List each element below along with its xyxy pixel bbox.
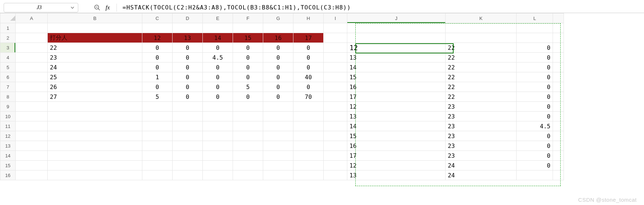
- cell[interactable]: 16: [347, 82, 446, 92]
- cell[interactable]: 0: [173, 43, 203, 53]
- cell[interactable]: 0: [517, 72, 553, 82]
- cell[interactable]: 0: [203, 72, 233, 82]
- cell[interactable]: 0: [142, 82, 173, 92]
- cell[interactable]: 0: [517, 102, 553, 112]
- cell[interactable]: 0: [517, 53, 553, 63]
- cell[interactable]: 0: [293, 82, 324, 92]
- cell[interactable]: 0: [517, 112, 553, 121]
- cell[interactable]: 26: [48, 82, 142, 92]
- cell[interactable]: 22: [446, 53, 517, 63]
- row-header[interactable]: 16: [0, 170, 16, 180]
- col-header-K[interactable]: K: [446, 13, 517, 23]
- cell[interactable]: 15: [233, 33, 263, 43]
- cell[interactable]: 22: [446, 43, 517, 53]
- cell[interactable]: 22: [446, 63, 517, 72]
- cell[interactable]: 23: [446, 141, 517, 151]
- row-header[interactable]: 7: [0, 82, 16, 92]
- cell[interactable]: 0: [263, 92, 293, 102]
- cell[interactable]: 24: [446, 170, 517, 180]
- cell[interactable]: 0: [233, 72, 263, 82]
- cell[interactable]: 23: [446, 131, 517, 141]
- name-box[interactable]: J3: [4, 3, 78, 12]
- cell[interactable]: 0: [517, 161, 553, 170]
- cell[interactable]: 16: [347, 141, 446, 151]
- active-cell[interactable]: 12: [347, 43, 446, 53]
- cell[interactable]: 23: [48, 53, 142, 63]
- cell[interactable]: 12: [347, 161, 446, 170]
- cell[interactable]: 0: [293, 63, 324, 72]
- fx-label[interactable]: fx: [106, 4, 110, 11]
- cell[interactable]: 24: [446, 161, 517, 170]
- cell[interactable]: 14: [347, 121, 446, 131]
- col-header-A[interactable]: A: [16, 13, 48, 23]
- cell[interactable]: 17: [293, 33, 324, 43]
- row-header[interactable]: 15: [0, 161, 16, 170]
- cell[interactable]: 0: [517, 92, 553, 102]
- cell[interactable]: 17: [347, 151, 446, 161]
- row-header[interactable]: 4: [0, 53, 16, 63]
- cell[interactable]: 4.5: [517, 121, 553, 131]
- col-header-B[interactable]: B: [48, 13, 142, 23]
- cell[interactable]: 0: [173, 92, 203, 102]
- select-all-corner[interactable]: [0, 13, 16, 23]
- col-header-E[interactable]: E: [203, 13, 233, 23]
- cell[interactable]: 0: [173, 53, 203, 63]
- cell[interactable]: 0: [263, 82, 293, 92]
- cell[interactable]: 16: [263, 33, 293, 43]
- cell[interactable]: 23: [446, 112, 517, 121]
- cell[interactable]: 22: [48, 43, 142, 53]
- row-header[interactable]: 1: [0, 23, 16, 33]
- cell[interactable]: 0: [203, 92, 233, 102]
- cell[interactable]: 27: [48, 92, 142, 102]
- row-header[interactable]: 8: [0, 92, 16, 102]
- col-header-J[interactable]: J: [347, 13, 446, 23]
- cell[interactable]: 22: [446, 92, 517, 102]
- col-header-I[interactable]: I: [324, 13, 347, 23]
- col-header-D[interactable]: D: [173, 13, 203, 23]
- cell[interactable]: 0: [233, 63, 263, 72]
- cell[interactable]: 0: [142, 63, 173, 72]
- cell[interactable]: 0: [173, 72, 203, 82]
- cell[interactable]: 25: [48, 72, 142, 82]
- cell[interactable]: 0: [263, 43, 293, 53]
- cell[interactable]: 22: [446, 82, 517, 92]
- cell[interactable]: 打分人: [48, 33, 142, 43]
- col-header-M[interactable]: [553, 13, 564, 23]
- row-header[interactable]: 3: [0, 43, 16, 53]
- col-header-H[interactable]: H: [293, 13, 324, 23]
- formula-input[interactable]: [121, 3, 640, 12]
- cell[interactable]: 0: [203, 43, 233, 53]
- cell[interactable]: 0: [233, 43, 263, 53]
- cell[interactable]: 0: [263, 63, 293, 72]
- cell[interactable]: 12: [142, 33, 173, 43]
- row-header[interactable]: 5: [0, 63, 16, 72]
- cell[interactable]: 15: [347, 72, 446, 82]
- cell[interactable]: 4.5: [203, 53, 233, 63]
- cell[interactable]: 0: [173, 63, 203, 72]
- row-header[interactable]: 13: [0, 141, 16, 151]
- zoom-out-icon[interactable]: [94, 4, 100, 11]
- cell[interactable]: 14: [347, 63, 446, 72]
- cell[interactable]: 23: [446, 102, 517, 112]
- cell[interactable]: 14: [203, 33, 233, 43]
- cell[interactable]: 70: [293, 92, 324, 102]
- row-header[interactable]: 6: [0, 72, 16, 82]
- cell[interactable]: 24: [48, 63, 142, 72]
- cell[interactable]: 17: [347, 92, 446, 102]
- cell[interactable]: 0: [517, 63, 553, 72]
- cell[interactable]: 15: [347, 131, 446, 141]
- cell[interactable]: 0: [233, 92, 263, 102]
- cell[interactable]: 0: [293, 53, 324, 63]
- row-header[interactable]: 12: [0, 131, 16, 141]
- cell[interactable]: 13: [173, 33, 203, 43]
- row-header[interactable]: 14: [0, 151, 16, 161]
- cell[interactable]: 40: [293, 72, 324, 82]
- cell[interactable]: 1: [142, 72, 173, 82]
- chevron-down-icon[interactable]: [71, 6, 74, 9]
- cell[interactable]: 23: [446, 121, 517, 131]
- cell[interactable]: 0: [173, 82, 203, 92]
- row-header[interactable]: 11: [0, 121, 16, 131]
- cell[interactable]: 13: [347, 112, 446, 121]
- cell[interactable]: 0: [293, 43, 324, 53]
- col-header-G[interactable]: G: [263, 13, 293, 23]
